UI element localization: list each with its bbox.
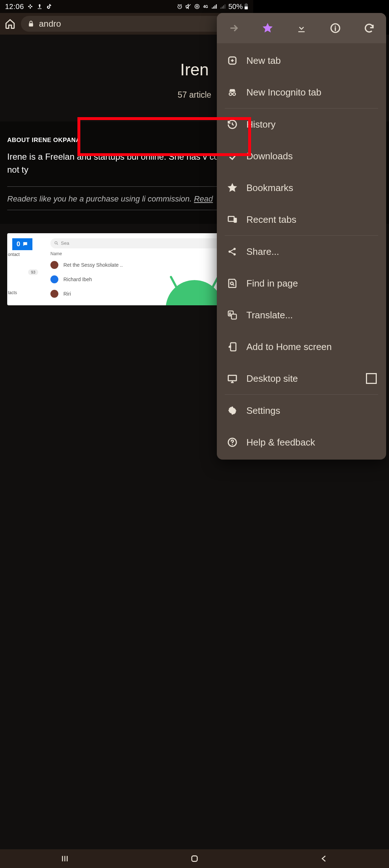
menu-recent-tabs-label: Recent tabs bbox=[246, 214, 253, 225]
share-icon bbox=[226, 245, 238, 258]
new-tab-icon bbox=[226, 54, 238, 67]
svg-rect-1 bbox=[31, 6, 32, 7]
settings-icon bbox=[226, 404, 238, 417]
alarm-icon bbox=[176, 3, 183, 10]
menu-share-label: Share... bbox=[246, 246, 253, 257]
menu-add-home[interactable]: Add to Home screen bbox=[217, 331, 253, 363]
svg-point-11 bbox=[55, 242, 57, 244]
menu-find-label: Find in page bbox=[246, 278, 253, 289]
devices-icon bbox=[226, 213, 238, 226]
network-4g-icon: 4G bbox=[202, 3, 209, 10]
read-more-link[interactable]: Read bbox=[194, 194, 213, 203]
article-image-card: 0 Sea Name ontact 93 tacts Ret the Sessy… bbox=[7, 233, 253, 305]
menu-downloads[interactable]: Downloads bbox=[217, 140, 253, 172]
svg-rect-2 bbox=[30, 4, 31, 6]
svg-point-21 bbox=[231, 282, 233, 285]
battery-icon bbox=[244, 3, 248, 10]
desktop-icon bbox=[226, 372, 238, 385]
svg-point-6 bbox=[195, 4, 199, 9]
menu-help-label: Help & feedback bbox=[246, 437, 253, 448]
hotspot-icon bbox=[194, 3, 200, 10]
card-sidebar-1: ontact bbox=[8, 252, 20, 257]
card-search: Sea bbox=[61, 240, 69, 246]
forward-button[interactable] bbox=[227, 21, 241, 35]
card-sidebar-2: tacts bbox=[8, 290, 17, 295]
svg-rect-10 bbox=[29, 23, 33, 26]
card-col-name: Name bbox=[50, 251, 62, 256]
downloads-icon bbox=[226, 150, 238, 162]
status-clock: 12:06 bbox=[5, 3, 24, 11]
signal-icon-2 bbox=[220, 3, 226, 10]
browser-toolbar: andro bbox=[0, 13, 253, 35]
menu-translate[interactable]: Translate... bbox=[217, 299, 253, 331]
slack-icon bbox=[27, 3, 33, 10]
incognito-icon bbox=[226, 86, 238, 98]
menu-translate-label: Translate... bbox=[246, 310, 253, 321]
about-heading: ABOUT IRENE OKPANA bbox=[7, 137, 253, 144]
svg-point-14 bbox=[229, 93, 232, 96]
battery-pct: 50% bbox=[228, 3, 243, 11]
url-bar[interactable]: andro bbox=[21, 16, 250, 32]
history-icon bbox=[226, 118, 238, 130]
signal-icon bbox=[211, 3, 218, 10]
upload-icon bbox=[36, 3, 43, 10]
url-text: andro bbox=[39, 19, 61, 29]
home-button[interactable] bbox=[4, 17, 17, 30]
menu-history[interactable]: History bbox=[217, 108, 253, 140]
menu-desktop-label: Desktop site bbox=[246, 373, 253, 384]
card-row-3: Riri bbox=[63, 291, 71, 297]
svg-rect-17 bbox=[234, 218, 236, 222]
svg-rect-3 bbox=[30, 7, 31, 9]
affiliate-disclosure: Readers like you he a purchase using li … bbox=[7, 193, 253, 205]
card-row-1: Ret the Sessy Shokolate .. bbox=[63, 262, 123, 268]
menu-history-label: History bbox=[246, 119, 253, 130]
tiktok-icon bbox=[46, 3, 52, 10]
menu-settings-label: Settings bbox=[246, 405, 253, 416]
menu-desktop-site[interactable]: Desktop site bbox=[217, 363, 253, 394]
card-badge-93: 93 bbox=[28, 269, 38, 275]
menu-downloads-label: Downloads bbox=[246, 151, 253, 162]
svg-rect-16 bbox=[228, 216, 234, 221]
bookmarks-icon bbox=[226, 182, 238, 194]
menu-bookmarks[interactable]: Bookmarks bbox=[217, 172, 253, 204]
menu-help[interactable]: Help & feedback bbox=[217, 426, 253, 458]
menu-add-home-label: Add to Home screen bbox=[246, 341, 253, 353]
translate-icon bbox=[226, 309, 238, 321]
lock-icon bbox=[27, 20, 35, 27]
comment-badge[interactable]: 0 bbox=[12, 238, 32, 250]
svg-point-15 bbox=[233, 93, 236, 96]
help-icon bbox=[226, 436, 238, 448]
menu-share[interactable]: Share... bbox=[217, 236, 253, 267]
svg-rect-24 bbox=[231, 343, 236, 351]
menu-find[interactable]: Find in page bbox=[217, 267, 253, 299]
bio-text: Irene is a Freelan and startups bui onli… bbox=[7, 150, 253, 176]
menu-settings[interactable]: Settings bbox=[217, 395, 253, 426]
page-content: Iren 57 article ABOUT IRENE OKPANA Irene… bbox=[0, 35, 253, 565]
mute-icon bbox=[185, 3, 192, 10]
svg-rect-9 bbox=[246, 3, 247, 4]
menu-incognito[interactable]: New Incognito tab bbox=[217, 76, 253, 108]
menu-incognito-label: New Incognito tab bbox=[246, 87, 253, 98]
status-bar: 12:06 4G 50% bbox=[0, 0, 253, 13]
menu-new-tab[interactable]: New tab bbox=[217, 45, 253, 76]
svg-point-5 bbox=[196, 6, 198, 8]
svg-rect-25 bbox=[228, 375, 237, 381]
add-home-icon bbox=[226, 341, 238, 353]
menu-recent-tabs[interactable]: Recent tabs bbox=[217, 204, 253, 235]
chrome-overflow-menu: New tab New Incognito tab History Downlo… bbox=[217, 13, 253, 460]
card-row-2: Richard Ibeh bbox=[63, 276, 92, 282]
svg-rect-8 bbox=[245, 6, 248, 9]
menu-bookmarks-label: Bookmarks bbox=[246, 182, 253, 194]
svg-rect-23 bbox=[232, 314, 237, 319]
menu-new-tab-label: New tab bbox=[246, 55, 253, 66]
svg-rect-0 bbox=[28, 6, 30, 7]
find-icon bbox=[226, 277, 238, 289]
